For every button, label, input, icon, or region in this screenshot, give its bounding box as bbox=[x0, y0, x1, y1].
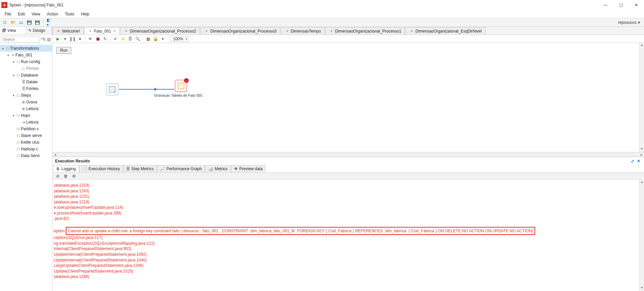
tree-transformations[interactable]: ▾🗀Transformations bbox=[0, 45, 52, 52]
log-vscroll[interactable]: ▴▾ bbox=[639, 180, 644, 291]
open-file-icon[interactable]: 📂 bbox=[10, 19, 16, 26]
tree-dataserv[interactable]: 🗀Data Servi bbox=[0, 152, 52, 159]
tree-pentah[interactable]: ▷Pentah bbox=[0, 65, 52, 72]
run-button[interactable]: ▶ bbox=[54, 36, 61, 42]
close-icon[interactable]: ✕ bbox=[113, 29, 116, 33]
log-body[interactable]: )atabase.java:1319))atabase.java:1243))a… bbox=[52, 180, 644, 291]
tab-fato001[interactable]: ✶Fato_001✕ bbox=[84, 27, 120, 35]
menu-edit[interactable]: Edit bbox=[15, 11, 28, 17]
save-as-icon[interactable]: 💾 bbox=[34, 19, 40, 26]
sidebar-search-input[interactable] bbox=[1, 36, 39, 43]
tree-leitura-step[interactable]: 🗎Leitura bbox=[0, 105, 52, 112]
tree-hadoop[interactable]: 🗀Hadoop c bbox=[0, 146, 52, 152]
log-line: LargeUpdate(ClientPreparedStatement.java… bbox=[53, 263, 643, 269]
verify-icon[interactable]: ✔ bbox=[112, 36, 119, 42]
tree-runconfig[interactable]: ▾🗀Run config bbox=[0, 58, 52, 65]
explore-db-icon[interactable]: 🔍 bbox=[134, 36, 141, 42]
lock-icon[interactable]: 🔒 bbox=[152, 36, 159, 42]
tab-welcome[interactable]: ✶Welcome! bbox=[52, 27, 84, 35]
hop-arrow-icon bbox=[154, 88, 157, 91]
tab-dim-p1[interactable]: ✶DimensaoOrganizacional_Processo1 bbox=[325, 27, 405, 35]
tree-partition[interactable]: 🗀Partition s bbox=[0, 126, 52, 132]
log-tab-perf[interactable]: 📈Performance Graph bbox=[157, 165, 205, 172]
log-line: )atabase.java:1319) bbox=[53, 183, 643, 188]
canvas[interactable]: Run – Gravacao Tabela de Fato 001 bbox=[52, 43, 644, 152]
canvas-hscroll[interactable]: ◂▸ bbox=[52, 152, 644, 157]
tab-dim-p2[interactable]: ✶DimensaoOrganizacional_Processo2 bbox=[120, 27, 200, 35]
expand-all-icon[interactable]: ᵃ⇅ bbox=[41, 37, 46, 42]
svg-rect-5 bbox=[179, 84, 183, 85]
stop-button[interactable]: ■ bbox=[77, 36, 83, 42]
preview-icon[interactable]: 👁 bbox=[87, 36, 94, 42]
replay-icon[interactable]: ↻ bbox=[102, 36, 108, 42]
tree-dataw[interactable]: 🗄Dataw bbox=[0, 79, 52, 85]
perf-icon: 📈 bbox=[160, 166, 165, 171]
minimize-button[interactable]: — bbox=[598, 0, 613, 10]
svg-rect-6 bbox=[179, 86, 183, 86]
log-tab-preview[interactable]: 👁Preview data bbox=[231, 165, 266, 172]
sql-icon[interactable]: 🗄 bbox=[127, 36, 134, 42]
svg-rect-7 bbox=[179, 87, 183, 88]
new-file-icon[interactable]: 🗋 bbox=[2, 19, 8, 26]
tree-database[interactable]: ▾🗀Database bbox=[0, 72, 52, 79]
run-knob[interactable]: Run bbox=[56, 47, 71, 54]
error-badge-icon: – bbox=[184, 78, 189, 83]
tab-dim-tempo[interactable]: ✶DimensaoTempo bbox=[281, 27, 325, 35]
sidebar-tab-view[interactable]: 🗐View bbox=[0, 27, 26, 34]
log-tab-history[interactable]: 🕓Execution History bbox=[79, 165, 123, 172]
log-stop-icon[interactable]: ⊘ bbox=[55, 174, 60, 179]
svg-rect-1 bbox=[110, 87, 114, 88]
tree-hops[interactable]: ▾🗀Hops bbox=[0, 112, 52, 119]
debug-icon[interactable]: 🐞 bbox=[94, 36, 101, 42]
hop[interactable] bbox=[119, 89, 174, 90]
log-tab-logging[interactable]: 🗎Logging bbox=[53, 165, 79, 172]
impact-icon[interactable]: ⚡ bbox=[120, 36, 126, 42]
log-clear-icon[interactable]: 🗑 bbox=[63, 174, 68, 179]
tree-steps[interactable]: ▾🗀Steps bbox=[0, 92, 52, 99]
tree-fato001[interactable]: ▾✶Fato_001 bbox=[0, 52, 52, 58]
tree-grava[interactable]: 🗎Grava bbox=[0, 99, 52, 105]
tab-dim-esq[interactable]: ✶DimensaoOrganizaional_EsqDirNivel bbox=[406, 27, 485, 35]
run-options-dropdown[interactable]: ▾ bbox=[62, 36, 68, 42]
explore-icon[interactable]: 🗂 bbox=[18, 19, 24, 26]
zoom-combo[interactable]: 100% bbox=[171, 36, 189, 42]
exec-expand-icon[interactable]: ⤢ bbox=[630, 158, 635, 164]
menu-action[interactable]: Action bbox=[44, 11, 61, 17]
menu-help[interactable]: Help bbox=[78, 11, 92, 17]
tab-dim-p3[interactable]: ✶DimensaoOrganizacional_Processo3 bbox=[200, 27, 280, 35]
menu-tools[interactable]: Tools bbox=[62, 11, 77, 17]
sidebar-tree: ▾🗀Transformations ▾✶Fato_001 ▾🗀Run confi… bbox=[0, 44, 52, 291]
exec-close-icon[interactable]: ✕ bbox=[636, 158, 641, 164]
canvas-wrap: Run – Gravacao Tabela de Fato 001 ▴▾ bbox=[52, 43, 644, 152]
save-icon[interactable]: 💾 bbox=[26, 19, 32, 26]
tree-leitura-hop[interactable]: ➔Leitura bbox=[0, 119, 52, 126]
log-tab-step-metrics[interactable]: ☰Step Metrics bbox=[123, 165, 157, 172]
show-results-icon[interactable]: ▦ bbox=[145, 36, 151, 42]
menu-file[interactable]: File bbox=[2, 11, 14, 17]
close-button[interactable]: ✕ bbox=[629, 0, 644, 10]
repository-selector[interactable]: reposucos ▾ bbox=[616, 20, 642, 25]
design-icon: ✎ bbox=[28, 28, 32, 33]
tree-fontes[interactable]: 🗄Fontes bbox=[0, 85, 52, 92]
log-settings-icon[interactable]: ⚙ bbox=[71, 174, 77, 179]
log-line: )atabase.java:1286) bbox=[53, 274, 643, 280]
sidebar: 🗐View ✎Design ᵃ⇅ ▤ ▾🗀Transformations ▾✶F… bbox=[0, 27, 52, 291]
dropdown-icon[interactable]: ▾ bbox=[159, 36, 166, 42]
menu-view[interactable]: View bbox=[29, 11, 43, 17]
log-tab-metrics[interactable]: 📊Metrics bbox=[205, 165, 231, 172]
sidebar-tab-design[interactable]: ✎Design bbox=[26, 27, 52, 34]
svg-rect-3 bbox=[110, 90, 114, 91]
collapse-all-icon[interactable]: ▤ bbox=[47, 37, 51, 42]
log-line: Internal(ClientPreparedStatement.java:95… bbox=[53, 246, 643, 252]
pause-button[interactable]: ❚❚ bbox=[69, 36, 76, 42]
tree-slave[interactable]: 🗀Slave serve bbox=[0, 132, 52, 139]
view-icon: 🗐 bbox=[2, 28, 6, 33]
maximize-button[interactable]: ▢ bbox=[613, 0, 629, 10]
canvas-vscroll[interactable]: ▴▾ bbox=[639, 43, 644, 152]
content-area: ✶Welcome! ✶Fato_001✕ ✶DimensaoOrganizaci… bbox=[52, 27, 644, 291]
step-input[interactable] bbox=[106, 83, 118, 95]
tree-kettle[interactable]: 🗀Kettle clus bbox=[0, 139, 52, 146]
log-highlight: Cannot add or update a child row: a fore… bbox=[66, 227, 535, 235]
step-output[interactable]: – bbox=[175, 80, 187, 92]
perspective-icon[interactable]: ◧ ▾ bbox=[47, 19, 53, 26]
